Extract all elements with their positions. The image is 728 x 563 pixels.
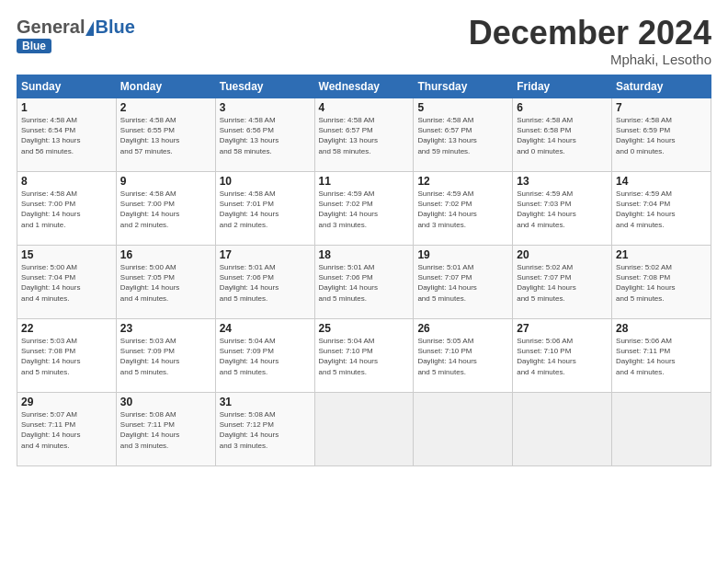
calendar-cell: 15Sunrise: 5:00 AM Sunset: 7:04 PM Dayli… [17,246,117,319]
cell-info: Sunrise: 4:58 AM Sunset: 6:55 PM Dayligh… [120,115,211,156]
cell-day-number: 11 [319,175,410,188]
calendar-cell: 13Sunrise: 4:59 AM Sunset: 7:03 PM Dayli… [513,172,612,246]
cell-day-number: 23 [120,322,211,335]
weekday-header-friday: Friday [513,75,612,98]
calendar-week-2: 8Sunrise: 4:58 AM Sunset: 7:00 PM Daylig… [17,172,711,246]
cell-day-number: 19 [417,248,508,261]
calendar-cell: 5Sunrise: 4:58 AM Sunset: 6:57 PM Daylig… [414,98,513,172]
calendar-week-3: 15Sunrise: 5:00 AM Sunset: 7:04 PM Dayli… [17,246,711,319]
cell-day-number: 22 [21,322,112,335]
calendar-cell: 25Sunrise: 5:04 AM Sunset: 7:10 PM Dayli… [314,319,414,393]
calendar-cell: 7Sunrise: 4:58 AM Sunset: 6:59 PM Daylig… [612,98,711,172]
cell-day-number: 28 [616,322,707,335]
calendar-cell: 21Sunrise: 5:02 AM Sunset: 7:08 PM Dayli… [612,246,711,319]
logo-blue-label: Blue [17,39,51,53]
cell-info: Sunrise: 5:06 AM Sunset: 7:11 PM Dayligh… [616,336,707,377]
cell-info: Sunrise: 5:08 AM Sunset: 7:11 PM Dayligh… [120,409,211,451]
cell-info: Sunrise: 4:58 AM Sunset: 7:00 PM Dayligh… [21,189,112,230]
cell-day-number: 26 [417,322,508,335]
cell-info: Sunrise: 4:59 AM Sunset: 7:02 PM Dayligh… [417,189,508,230]
logo: General Blue Blue [17,17,135,53]
calendar-cell: 3Sunrise: 4:58 AM Sunset: 6:56 PM Daylig… [215,98,314,172]
calendar-cell [513,393,612,466]
calendar-cell: 8Sunrise: 4:58 AM Sunset: 7:00 PM Daylig… [17,172,117,246]
calendar-cell: 28Sunrise: 5:06 AM Sunset: 7:11 PM Dayli… [612,319,711,393]
calendar-week-1: 1Sunrise: 4:58 AM Sunset: 6:54 PM Daylig… [17,98,711,172]
calendar-title: December 2024 [469,17,711,50]
calendar-cell: 14Sunrise: 4:59 AM Sunset: 7:04 PM Dayli… [612,172,711,246]
cell-info: Sunrise: 5:08 AM Sunset: 7:12 PM Dayligh… [220,409,311,451]
header: General Blue Blue December 2024 Mphaki, … [17,17,711,67]
calendar-cell: 10Sunrise: 4:58 AM Sunset: 7:01 PM Dayli… [215,172,314,246]
cell-info: Sunrise: 4:58 AM Sunset: 6:59 PM Dayligh… [616,115,707,156]
cell-info: Sunrise: 5:02 AM Sunset: 7:07 PM Dayligh… [517,262,608,304]
calendar-cell [314,393,414,466]
cell-day-number: 21 [616,248,707,261]
calendar-cell [414,393,513,466]
cell-day-number: 16 [120,248,211,261]
cell-day-number: 5 [417,101,508,114]
page: General Blue Blue December 2024 Mphaki, … [0,0,728,563]
logo-blue: Blue [95,17,134,38]
calendar-cell: 30Sunrise: 5:08 AM Sunset: 7:11 PM Dayli… [116,393,215,466]
cell-info: Sunrise: 4:59 AM Sunset: 7:03 PM Dayligh… [517,189,608,230]
cell-day-number: 4 [319,101,410,114]
calendar-cell: 11Sunrise: 4:59 AM Sunset: 7:02 PM Dayli… [314,172,414,246]
calendar-cell: 9Sunrise: 4:58 AM Sunset: 7:00 PM Daylig… [116,172,215,246]
calendar-cell: 4Sunrise: 4:58 AM Sunset: 6:57 PM Daylig… [314,98,414,172]
weekday-header-wednesday: Wednesday [314,75,414,98]
cell-day-number: 30 [120,396,211,408]
calendar-cell: 29Sunrise: 5:07 AM Sunset: 7:11 PM Dayli… [17,393,117,466]
weekday-header-sunday: Sunday [17,75,117,98]
cell-day-number: 25 [319,322,410,335]
cell-info: Sunrise: 4:59 AM Sunset: 7:04 PM Dayligh… [616,189,707,230]
cell-day-number: 6 [517,101,608,114]
calendar-cell: 18Sunrise: 5:01 AM Sunset: 7:06 PM Dayli… [314,246,414,319]
calendar-header-row: SundayMondayTuesdayWednesdayThursdayFrid… [17,75,711,98]
cell-day-number: 18 [319,248,410,261]
cell-info: Sunrise: 5:00 AM Sunset: 7:04 PM Dayligh… [21,262,112,304]
cell-info: Sunrise: 4:58 AM Sunset: 6:56 PM Dayligh… [220,115,311,156]
calendar-cell: 27Sunrise: 5:06 AM Sunset: 7:10 PM Dayli… [513,319,612,393]
cell-day-number: 31 [220,396,311,408]
cell-info: Sunrise: 4:58 AM Sunset: 6:54 PM Dayligh… [21,115,112,156]
cell-info: Sunrise: 5:01 AM Sunset: 7:07 PM Dayligh… [417,262,508,304]
weekday-header-monday: Monday [116,75,215,98]
cell-info: Sunrise: 5:03 AM Sunset: 7:09 PM Dayligh… [120,336,211,377]
logo-general: General [17,17,85,38]
weekday-header-thursday: Thursday [414,75,513,98]
weekday-header-tuesday: Tuesday [215,75,314,98]
calendar-cell: 1Sunrise: 4:58 AM Sunset: 6:54 PM Daylig… [17,98,117,172]
cell-info: Sunrise: 5:04 AM Sunset: 7:10 PM Dayligh… [319,336,410,377]
cell-info: Sunrise: 4:58 AM Sunset: 6:57 PM Dayligh… [417,115,508,156]
calendar-cell: 26Sunrise: 5:05 AM Sunset: 7:10 PM Dayli… [414,319,513,393]
calendar-cell: 23Sunrise: 5:03 AM Sunset: 7:09 PM Dayli… [116,319,215,393]
calendar-cell: 12Sunrise: 4:59 AM Sunset: 7:02 PM Dayli… [414,172,513,246]
logo-name: General Blue [17,17,135,38]
calendar-cell: 22Sunrise: 5:03 AM Sunset: 7:08 PM Dayli… [17,319,117,393]
calendar-cell: 17Sunrise: 5:01 AM Sunset: 7:06 PM Dayli… [215,246,314,319]
cell-day-number: 24 [220,322,311,335]
calendar-cell: 20Sunrise: 5:02 AM Sunset: 7:07 PM Dayli… [513,246,612,319]
cell-info: Sunrise: 5:02 AM Sunset: 7:08 PM Dayligh… [616,262,707,304]
cell-info: Sunrise: 5:01 AM Sunset: 7:06 PM Dayligh… [319,262,410,304]
calendar-cell: 6Sunrise: 4:58 AM Sunset: 6:58 PM Daylig… [513,98,612,172]
calendar-cell: 24Sunrise: 5:04 AM Sunset: 7:09 PM Dayli… [215,319,314,393]
calendar-cell: 19Sunrise: 5:01 AM Sunset: 7:07 PM Dayli… [414,246,513,319]
cell-info: Sunrise: 5:01 AM Sunset: 7:06 PM Dayligh… [220,262,311,304]
cell-info: Sunrise: 4:59 AM Sunset: 7:02 PM Dayligh… [319,189,410,230]
cell-day-number: 27 [517,322,608,335]
logo-flag-icon [85,21,94,36]
cell-info: Sunrise: 5:04 AM Sunset: 7:09 PM Dayligh… [220,336,311,377]
cell-day-number: 10 [220,175,311,188]
cell-info: Sunrise: 5:06 AM Sunset: 7:10 PM Dayligh… [517,336,608,377]
weekday-header-saturday: Saturday [612,75,711,98]
cell-info: Sunrise: 4:58 AM Sunset: 6:57 PM Dayligh… [319,115,410,156]
cell-info: Sunrise: 5:03 AM Sunset: 7:08 PM Dayligh… [21,336,112,377]
cell-day-number: 1 [21,101,112,114]
cell-info: Sunrise: 5:05 AM Sunset: 7:10 PM Dayligh… [417,336,508,377]
calendar-week-4: 22Sunrise: 5:03 AM Sunset: 7:08 PM Dayli… [17,319,711,393]
cell-day-number: 9 [120,175,211,188]
cell-day-number: 13 [517,175,608,188]
calendar-location: Mphaki, Lesotho [469,52,711,67]
